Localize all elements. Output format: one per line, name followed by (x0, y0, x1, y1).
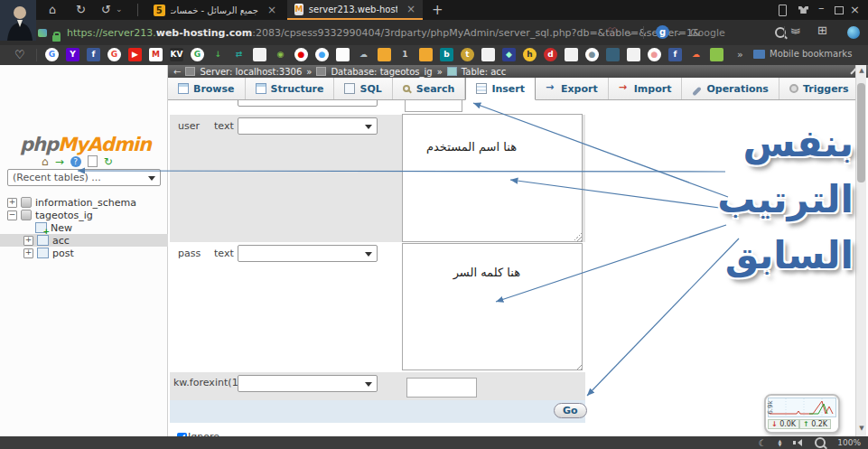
sidebar-item-information_schema[interactable]: +information_schema (0, 196, 168, 209)
bookmark-chat-icon[interactable] (710, 48, 723, 61)
url-text[interactable]: https://server213.web-hosting.com:2083/c… (67, 27, 700, 39)
bookmark-soundcloud-icon[interactable]: ☁ (689, 48, 703, 61)
tab-export[interactable]: Export (536, 78, 609, 99)
bookmark-doc-3-icon[interactable] (565, 48, 578, 61)
bookmark-doc-2-icon[interactable] (481, 48, 495, 61)
zoom-level[interactable]: 100% (837, 438, 861, 447)
bookmark-youtube-icon[interactable]: ▶ (128, 48, 142, 61)
tab-browse[interactable]: Browse (168, 78, 246, 99)
user-function-select[interactable] (238, 117, 378, 135)
bookmark-gold-t-icon[interactable]: t (461, 48, 474, 61)
function-select-partial[interactable] (238, 100, 378, 107)
kwforex-function-select[interactable] (238, 375, 378, 392)
close-icon[interactable]: × (850, 0, 860, 20)
chevron-down-icon[interactable]: ⌄ (627, 28, 634, 37)
user-avatar[interactable] (0, 0, 36, 41)
maximize-icon[interactable] (835, 6, 844, 14)
breadcrumb-database[interactable]: Database: tageotos_ig (331, 67, 432, 77)
bookmark-sync-icon[interactable]: ⇄ (232, 48, 246, 61)
bookmark-blue-app-icon[interactable]: ◆ (502, 48, 516, 61)
undo-icon[interactable]: ↺ (101, 0, 111, 20)
bookmark-h-site-icon[interactable]: h (523, 48, 537, 61)
bookmark-google-icon[interactable]: G (45, 48, 59, 61)
minimize-icon[interactable]: – (818, 0, 825, 18)
tab-import[interactable]: Import (609, 78, 683, 99)
pma-logo[interactable]: phpMyAdmin (20, 134, 151, 155)
bookmark-dark-tile-icon[interactable] (606, 48, 620, 61)
bookmark-kv-icon[interactable]: KV (170, 48, 183, 61)
sidebar-item-new[interactable]: New (0, 221, 168, 234)
tree-expander-icon[interactable]: + (23, 248, 33, 258)
page-scrollbar[interactable]: ▲ ▼ (855, 65, 866, 436)
tab-search[interactable]: Search (393, 78, 466, 99)
bookmark-google-3-icon[interactable]: G (191, 48, 204, 61)
help-icon[interactable]: ? (70, 156, 81, 167)
zoom-icon[interactable] (815, 437, 826, 448)
bookmark-gmail-icon[interactable]: M (149, 48, 163, 61)
mobile-device-icon[interactable] (779, 5, 787, 16)
bookmark-rose-icon[interactable]: ● (648, 48, 661, 61)
tree-expander-icon[interactable]: + (7, 198, 17, 208)
bookmark-globe-2-icon[interactable]: ● (585, 48, 599, 61)
tab-close-icon[interactable]: × (406, 3, 415, 15)
breadcrumb-server[interactable]: Server: localhost:3306 (200, 67, 302, 77)
favorite-heart-icon[interactable]: ♡ (607, 25, 618, 39)
bookmark-label-1-icon[interactable]: 1 (398, 48, 412, 61)
logout-icon[interactable]: → (55, 156, 64, 167)
bookmark-doc-icon[interactable] (253, 48, 266, 61)
resize-grip-icon[interactable] (574, 233, 582, 241)
mobile-bookmarks-label[interactable]: Mobile bookmarks (770, 49, 852, 59)
search-engine-icon[interactable]: g (656, 25, 669, 39)
pass-value-textarea[interactable]: هنا كلمه السر (402, 243, 583, 370)
tab-triggers[interactable]: Triggers (779, 78, 860, 99)
bookmark-bing-icon[interactable]: b (440, 48, 453, 61)
bookmark-google-2-icon[interactable]: G (107, 48, 121, 61)
docs-icon[interactable] (88, 155, 98, 167)
tab-close-icon[interactable]: × (267, 4, 276, 16)
bookmark-spiral-icon[interactable]: ◉ (274, 48, 287, 61)
sidebar-item-acc[interactable]: +acc (0, 234, 168, 247)
updown-icon[interactable]: ▲▼ (778, 439, 781, 446)
tab-structure[interactable]: Structure (246, 78, 335, 99)
browser-tab-phpmyadmin[interactable]: M server213.web-hosting.co × (287, 0, 423, 20)
wifi-icon[interactable]: ((( (790, 30, 800, 35)
resize-grip-icon[interactable] (574, 361, 582, 369)
bookmark-yahoo-icon[interactable]: Y (66, 48, 79, 61)
refresh-icon[interactable]: ↻ (76, 0, 86, 20)
bookmark-folder-icon[interactable] (378, 48, 391, 61)
bookmark-globe-icon[interactable]: ● (315, 48, 329, 61)
skin-icon[interactable] (798, 6, 808, 14)
scroll-down-icon[interactable]: ▼ (856, 425, 867, 432)
bookmark-folder-2-icon[interactable] (419, 48, 433, 61)
bookmark-doc-4-icon[interactable] (627, 48, 640, 61)
sidebar-item-post[interactable]: +post (0, 247, 168, 259)
home-icon[interactable]: ⌂ (42, 156, 49, 167)
night-mode-icon[interactable]: ☾ (758, 438, 766, 448)
favorites-heart-icon[interactable]: ♡ (14, 48, 25, 61)
bookmark-download-icon[interactable]: ↓ (211, 48, 225, 61)
home-icon[interactable]: ⌂ (49, 0, 56, 20)
breadcrumb-table[interactable]: Table: acc (462, 67, 507, 77)
bookmark-facebook-icon[interactable]: f (87, 48, 100, 61)
search-input[interactable]: Google (690, 27, 725, 39)
value-input-partial[interactable] (405, 100, 462, 112)
refresh-icon[interactable]: ↻ (104, 156, 113, 167)
new-tab-button[interactable]: + (432, 0, 443, 20)
speaker-icon[interactable] (793, 438, 803, 447)
chevron-down-icon[interactable]: ⌄ (676, 28, 683, 37)
browser-tab-khamsat[interactable]: 5 جميع الرسائل - خمسات × (146, 0, 284, 20)
scroll-up-icon[interactable]: ▲ (856, 67, 867, 74)
tab-operations[interactable]: Operations (682, 78, 779, 99)
bookmarks-overflow-icon[interactable]: » (737, 49, 743, 61)
sidebar-item-tageotos_ig[interactable]: −tageotos_ig (0, 209, 168, 221)
go-button[interactable]: Go (554, 403, 587, 418)
tab-insert[interactable]: Insert (465, 78, 536, 100)
bookmark-d-site-icon[interactable]: d (544, 48, 557, 61)
bookmark-vodafone-icon[interactable]: ● (294, 48, 308, 61)
tab-sql[interactable]: SQL (334, 78, 392, 99)
back-arrow-icon[interactable]: ← (173, 67, 181, 77)
recent-tables-select[interactable]: (Recent tables) ... (7, 169, 161, 186)
apps-grid-icon[interactable]: ⊞ (817, 23, 827, 37)
tree-expander-icon[interactable]: − (7, 210, 17, 220)
tree-expander-icon[interactable]: + (23, 236, 33, 246)
